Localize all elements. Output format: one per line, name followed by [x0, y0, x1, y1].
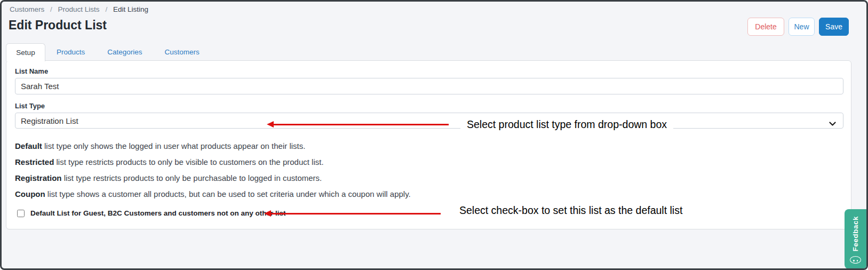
help-coupon: Coupon list type shows a customer all pr…	[15, 189, 411, 198]
help-restricted-term: Restricted	[15, 157, 54, 166]
list-name-label: List Name	[15, 67, 48, 75]
save-button[interactable]: Save	[819, 18, 849, 36]
list-name-input[interactable]	[15, 78, 843, 94]
help-default: Default list type only shows the logged …	[15, 141, 305, 150]
tab-setup[interactable]: Setup	[6, 43, 45, 61]
help-restricted-text: list type restricts products to only be …	[54, 157, 323, 166]
breadcrumb-customers[interactable]: Customers	[10, 5, 44, 13]
breadcrumb-edit-listing: Edit Listing	[113, 5, 148, 13]
setup-panel: List Name List Type Registration List De…	[6, 60, 851, 229]
annotation-dropdown-note: Select product list type from drop-down …	[460, 116, 673, 132]
breadcrumb-product-lists[interactable]: Product Lists	[58, 5, 100, 13]
help-registration-term: Registration	[15, 173, 62, 182]
annotation-checkbox-note: Select check-box to set this list as the…	[441, 200, 701, 221]
page-title: Edit Product List	[9, 18, 107, 33]
arrow-shaft	[272, 124, 449, 125]
help-default-term: Default	[15, 141, 42, 150]
feedback-button[interactable]: Feedback	[845, 209, 866, 269]
help-registration-text: list type restricts products to only be …	[62, 173, 322, 182]
smiley-icon	[850, 256, 861, 264]
list-type-selected-value: Registration List	[21, 116, 78, 125]
default-list-checkbox[interactable]	[17, 210, 25, 217]
annotation-arrow-checkbox	[264, 210, 442, 217]
admin-window: Customers / Product Lists / Edit Listing…	[0, 0, 868, 270]
default-list-checkbox-label: Default List for Guest, B2C Customers an…	[30, 209, 286, 217]
tab-categories[interactable]: Categories	[96, 48, 153, 56]
chevron-down-icon	[829, 119, 836, 128]
default-list-checkbox-row: Default List for Guest, B2C Customers an…	[17, 209, 286, 217]
tab-customers[interactable]: Customers	[154, 48, 211, 56]
breadcrumb-separator: /	[50, 5, 52, 13]
new-button[interactable]: New	[789, 18, 815, 36]
toolbar: Delete New Save	[747, 18, 849, 36]
delete-button[interactable]: Delete	[747, 18, 784, 36]
annotation-arrow-dropdown	[267, 121, 449, 128]
help-coupon-term: Coupon	[15, 189, 45, 198]
tab-bar: Setup Products Categories Customers	[6, 43, 211, 61]
tab-products[interactable]: Products	[45, 48, 96, 56]
feedback-label: Feedback	[851, 216, 859, 251]
help-coupon-text: list type shows a customer all products,…	[45, 189, 411, 198]
breadcrumb-separator: /	[105, 5, 107, 13]
help-registration: Registration list type restricts product…	[15, 173, 322, 182]
help-default-text: list type only shows the logged in user …	[42, 141, 306, 150]
help-restricted: Restricted list type restricts products …	[15, 157, 324, 166]
list-type-label: List Type	[15, 102, 45, 110]
arrow-shaft	[269, 213, 442, 215]
breadcrumb: Customers / Product Lists / Edit Listing	[10, 5, 148, 13]
